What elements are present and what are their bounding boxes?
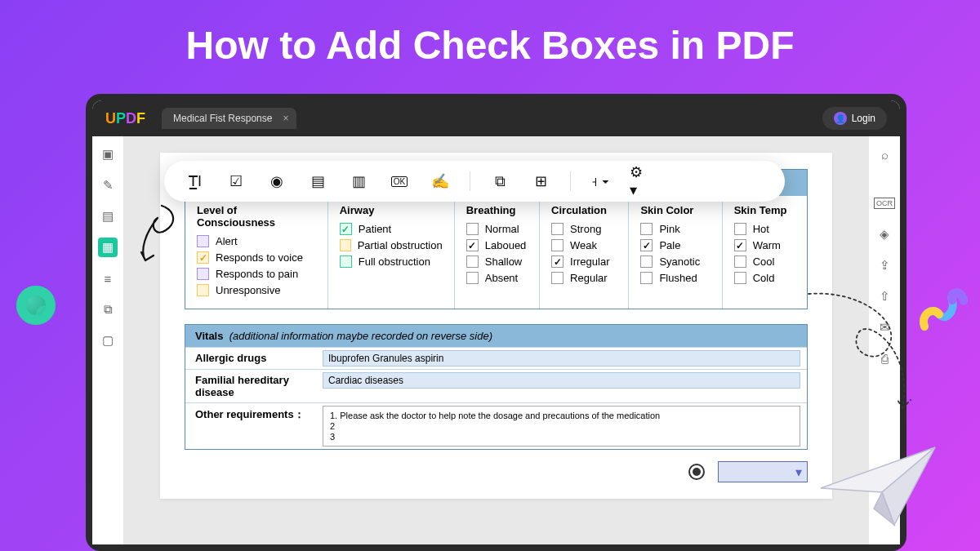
checkbox-icon[interactable] [197,268,209,280]
radio-icon[interactable]: ◉ [265,171,288,191]
checkbox-option[interactable]: Warm [734,239,795,251]
decorative-ring-icon [16,286,56,325]
reader-icon[interactable]: ▣ [98,144,118,164]
vitals-field[interactable]: Cardiac diseases [323,372,800,389]
checkbox-icon[interactable] [551,272,564,284]
option-label: Cool [753,256,775,268]
other-req-label: Other requirements： [185,403,316,449]
image-field-icon[interactable]: ⧉ [488,171,511,191]
checkbox-option[interactable]: Partial obstruction [340,239,443,251]
option-label: Partial obstruction [358,239,443,251]
checkbox-option[interactable]: Absent [466,272,528,284]
option-label: Strong [570,223,601,235]
option-label: Warm [753,239,781,251]
checkbox-option[interactable]: Laboued [466,239,528,251]
checkbox-option[interactable]: Normal [466,223,528,235]
convert-icon[interactable]: ◈ [875,224,894,244]
protect-icon[interactable]: ▢ [98,331,118,350]
form-toolbar: T̲I ☑ ◉ ▤ ▥ OK ✍ ⧉ ⊞ ⫞ ▾ ⚙ ▾ [164,161,785,202]
checkbox-icon[interactable] [197,251,209,264]
grid-icon[interactable]: ⊞ [529,171,552,191]
option-label: Syanotic [659,256,700,268]
combo-box-icon[interactable]: ▥ [347,171,370,191]
checkbox-option[interactable]: Full obstruction [340,256,443,268]
checkbox-icon[interactable] [734,272,746,284]
ocr-icon[interactable]: OCR [875,193,894,213]
left-toolbar: ▣ ✎ ▤ ▦ ≡ ⧉ ▢ [92,136,123,544]
search-icon[interactable]: ⌕ [875,144,894,164]
close-icon[interactable]: × [283,113,288,124]
option-label: Shallow [485,256,523,268]
checkbox-option[interactable]: Cool [734,256,795,268]
checkbox-icon[interactable] [340,239,351,251]
checkbox-icon[interactable] [340,256,352,268]
option-label: Hot [753,223,769,235]
checkbox-icon[interactable] [734,223,746,235]
checkbox-icon[interactable] [466,223,479,235]
align-icon[interactable]: ⫞ ▾ [589,171,612,191]
checkbox-option[interactable]: Pink [640,223,710,235]
option-label: Cold [753,272,775,284]
checkbox-option[interactable]: Unresponsive [197,284,316,296]
crop-icon[interactable]: ⧉ [98,300,118,319]
hero-title: How to Add Check Boxes in PDF [0,0,980,68]
radio-control[interactable] [688,464,705,480]
option-label: Normal [485,223,519,235]
other-line: 2 [330,421,793,431]
checkbox-icon[interactable] [340,223,352,235]
checkbox-option[interactable]: Patient [340,223,443,235]
checkbox-option[interactable]: Weak [551,239,617,251]
checkbox-option[interactable]: Responds to pain [197,268,316,280]
compress-icon[interactable]: ⇪ [875,256,894,275]
properties-icon[interactable]: ⚙ ▾ [630,171,653,191]
document-tab[interactable]: Medical Fist Response × [162,108,296,129]
comment-icon[interactable]: ✎ [98,176,118,195]
tab-label: Medical Fist Response [173,113,272,124]
edit-icon[interactable]: ▤ [98,207,118,226]
option-label: Responds to voice [216,251,303,264]
option-label: Pink [659,223,679,235]
checkbox-icon[interactable] [197,235,209,247]
checkbox-option[interactable]: Syanotic [640,256,710,268]
checkbox-icon[interactable] [466,239,479,251]
form-icon[interactable]: ▦ [98,238,118,257]
checkbox-option[interactable]: Shallow [466,256,528,268]
checkbox-icon[interactable] [640,239,653,251]
text-field-icon[interactable]: T̲I [184,171,207,191]
checkbox-option[interactable]: Pale [640,239,710,251]
checkbox-icon[interactable] [551,223,564,235]
option-label: Unresponsive [216,284,281,296]
checkbox-option[interactable]: Hot [734,223,795,235]
checkbox-icon[interactable] [734,239,746,251]
checkbox-option[interactable]: Alert [197,235,316,247]
checkbox-icon[interactable] [466,272,479,284]
checkbox-icon[interactable] [640,272,653,284]
login-button[interactable]: 👤 Login [822,107,887,130]
vitals-field[interactable]: Ibuprofen Granules aspirin [323,350,800,367]
option-label: Responds to pain [216,268,298,280]
app-window: UPDF Medical Fist Response × 👤 Login ▣ ✎… [86,94,906,551]
checkbox-option[interactable]: Strong [551,223,617,235]
checkbox-icon[interactable] [640,256,653,268]
vitals-row: Familial hereditary diseaseCardiac disea… [185,369,807,402]
list-box-icon[interactable]: ▤ [306,171,329,191]
organize-icon[interactable]: ≡ [98,269,118,288]
checkbox-icon[interactable] [640,223,653,235]
checkbox-option[interactable]: Flushed [640,272,710,284]
signature-icon[interactable]: ✍ [429,171,452,191]
checkbox-option[interactable]: Responds to voice [197,251,316,264]
checkbox-icon[interactable] [551,256,564,268]
other-req-field[interactable]: 1. Please ask the doctor to help note th… [323,406,800,447]
checkbox-option[interactable]: Regular [551,272,617,284]
checkbox-icon[interactable] [466,256,479,268]
checkbox-option[interactable]: Irregular [551,256,617,268]
checkbox-icon[interactable] [734,256,746,268]
assessment-column: Skin TempHotWarmCoolCold [722,196,807,309]
checkbox-icon[interactable]: ☑ [225,171,247,191]
column-header: Airway [340,204,443,216]
checkbox-icon[interactable] [197,284,209,296]
checkbox-icon[interactable] [551,239,564,251]
dropdown-control[interactable] [718,461,808,482]
checkbox-option[interactable]: Cold [734,272,795,284]
button-icon[interactable]: OK [388,171,411,191]
